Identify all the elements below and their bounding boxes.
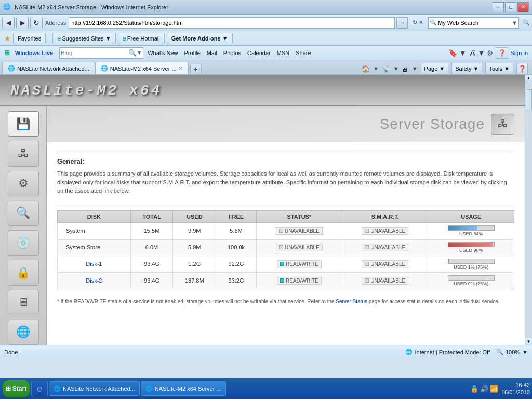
status-zone: 🌐 Internet | Protected Mode: Off	[399, 349, 496, 355]
maximize-button[interactable]: □	[505, 2, 516, 12]
tray-network-icon[interactable]: 🔒	[470, 385, 478, 393]
tray-sound-icon[interactable]: 🔊	[480, 385, 488, 393]
cell-disk-2[interactable]: Disk-1	[58, 256, 131, 272]
new-tab-button[interactable]: +	[190, 64, 202, 74]
scrollbar[interactable]: ▲ ▼	[525, 75, 532, 345]
server-status-link[interactable]: Server Status	[336, 299, 367, 304]
msn-link[interactable]: MSN	[275, 50, 291, 56]
print-icon[interactable]: 🖨	[402, 65, 409, 73]
col-smart: S.M.A.R.T.	[342, 210, 428, 222]
cd-icon: 💿	[16, 236, 30, 250]
address-input[interactable]	[69, 17, 395, 29]
go-button[interactable]: →	[396, 17, 408, 29]
scroll-up-button[interactable]: ▲	[525, 75, 533, 82]
usage-label-1: USED 98%	[459, 248, 483, 253]
col-disk: DISK	[58, 210, 131, 222]
rss-dropdown-icon[interactable]: ▼	[393, 65, 399, 72]
taskbar-btn-1[interactable]: 🌐 NASLite Network Attached...	[49, 381, 140, 396]
search-input[interactable]	[438, 20, 511, 26]
tab-close-button[interactable]: ✕	[179, 65, 183, 71]
tab-naslite-storage[interactable]: 🌐 NASLite-M2 x64 Server ... ✕	[95, 62, 189, 74]
cell-used-3: 187.8M	[173, 272, 216, 289]
sidebar-icon-search[interactable]: 🔍	[8, 201, 39, 226]
sidebar-icon-security[interactable]: 🔒	[8, 260, 39, 285]
close-button[interactable]: ✕	[517, 2, 529, 12]
print-dropdown-icon[interactable]: ▼	[412, 65, 418, 72]
ie-help-icon[interactable]: ❓	[516, 63, 528, 74]
sign-in-link[interactable]: Sign in	[510, 50, 528, 56]
col-status: STATUS*	[256, 210, 342, 222]
sidebar-icon-media[interactable]: 💿	[8, 230, 39, 256]
cell-smart-1: UNAVAILABLE	[342, 239, 428, 256]
wl-tool-icon-1[interactable]: 🔖	[448, 49, 457, 57]
profile-link[interactable]: Profile	[182, 50, 203, 56]
whats-new-link[interactable]: What's New	[145, 50, 180, 56]
bing-search-icon[interactable]: 🔍	[128, 49, 137, 57]
status-done-text: Done	[4, 349, 399, 355]
forward-button[interactable]: ▶	[16, 17, 29, 29]
favorites-toolbar: ★ Favorites e Suggested Sites ▼ e Free H…	[0, 31, 532, 46]
smart-text-2: UNAVAILABLE	[370, 261, 405, 267]
home-dropdown-icon[interactable]: ▼	[373, 65, 379, 72]
page-header: Server Storage 🖧	[47, 106, 525, 142]
zoom-dropdown-icon[interactable]: ▼	[522, 349, 528, 355]
cell-status-3: READ/WRITE	[256, 272, 342, 289]
smart-text-1: UNAVAILABLE	[370, 245, 405, 250]
bing-dropdown-icon[interactable]: ▼	[137, 50, 142, 56]
ie-help-button[interactable]: ❓	[496, 47, 508, 59]
tab-naslite-main[interactable]: 🌐 NASLite Network Attached...	[2, 62, 95, 74]
wl-tool-icon-2[interactable]: ▼	[459, 49, 467, 57]
scroll-thumb[interactable]	[526, 89, 532, 110]
photos-link[interactable]: Photos	[221, 50, 243, 56]
cell-disk-0: System	[58, 222, 131, 239]
wl-tool-icon-5[interactable]: ⚙	[487, 49, 494, 57]
sidebar-icon-storage[interactable]: 💾	[8, 111, 39, 137]
free-hotmail-label: Free Hotmail	[127, 35, 160, 42]
tray-signal-icon[interactable]: 📶	[490, 385, 498, 393]
sidebar-icon-system[interactable]: ⚙	[8, 171, 39, 196]
hdd-icon: 💾	[16, 117, 30, 131]
tab-label-1: NASLite Network Attached...	[17, 65, 89, 72]
taskbar-btn-2[interactable]: 🌐 NASLite-M2 x64 Server ...	[141, 381, 226, 396]
refresh-button[interactable]: ↻	[30, 17, 43, 29]
refresh-icon: ↻	[413, 19, 417, 26]
disk-link-2[interactable]: Disk-1	[86, 261, 102, 267]
disk-link-3[interactable]: Disk-2	[86, 277, 102, 284]
zoom-label: 100%	[506, 349, 520, 355]
wl-tool-icon-3[interactable]: 🖨	[469, 49, 476, 57]
back-button[interactable]: ◀	[2, 17, 15, 29]
col-total: TOTAL	[130, 210, 172, 222]
tools-button[interactable]: Tools ▼	[485, 63, 513, 74]
safety-button[interactable]: Safety ▼	[451, 63, 482, 74]
sidebar-icon-monitor[interactable]: 🖥	[8, 290, 39, 315]
free-hotmail-button[interactable]: e Free Hotmail	[118, 33, 165, 44]
sidebar-icon-globe[interactable]: 🌐	[8, 320, 39, 345]
usage-label-3: USED 0% (75%)	[454, 281, 488, 286]
share-link[interactable]: Share	[294, 50, 313, 56]
taskbar: ⊞ Start e 🌐 NASLite Network Attached... …	[0, 378, 532, 399]
favorites-button[interactable]: Favorites	[13, 33, 46, 44]
wl-tool-icon-4[interactable]: ▼	[478, 49, 485, 57]
suggested-sites-button[interactable]: e Suggested Sites ▼	[52, 33, 115, 44]
smart-text-3: UNAVAILABLE	[370, 278, 405, 284]
scroll-down-button[interactable]: ▼	[525, 338, 533, 345]
windows-live-brand[interactable]: Windows Live	[13, 50, 55, 56]
calendar-link[interactable]: Calendar	[245, 50, 273, 56]
cell-disk-3[interactable]: Disk-2	[58, 272, 131, 289]
home-icon[interactable]: 🏠	[362, 65, 370, 73]
taskbar-ie-button[interactable]: e	[31, 381, 48, 396]
cell-status-0: UNAVAILABLE	[256, 222, 342, 239]
get-more-addons-button[interactable]: Get More Add-ons ▼	[167, 33, 233, 44]
mail-link[interactable]: Mail	[205, 50, 219, 56]
rss-icon[interactable]: 📡	[382, 65, 390, 73]
sidebar-icon-network[interactable]: 🖧	[8, 141, 39, 166]
start-button[interactable]: ⊞ Start	[2, 380, 30, 397]
page-button[interactable]: Page ▼	[421, 63, 449, 74]
search-go-icon[interactable]: 🔍	[523, 19, 530, 26]
clock[interactable]: 16:42 16/01/2010	[501, 381, 530, 396]
bing-search-input[interactable]	[61, 50, 128, 56]
cell-used-0: 9.9M	[173, 222, 216, 239]
minimize-button[interactable]: ─	[493, 2, 504, 12]
nas-sidebar: 💾 🖧 ⚙ 🔍 💿	[0, 106, 47, 345]
search-submit-icon[interactable]: ▼	[512, 20, 517, 26]
